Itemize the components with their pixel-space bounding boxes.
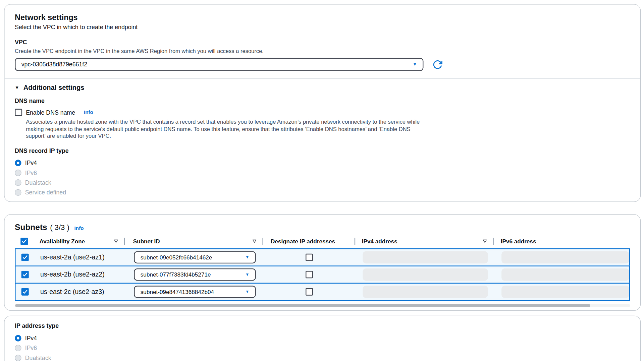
radio-dualstack: Dualstack xyxy=(15,178,630,187)
caret-down-icon: ▼ xyxy=(15,85,19,90)
radio-selected-icon xyxy=(15,160,21,166)
ipv4-address-input xyxy=(363,251,488,263)
vpc-description: Create the VPC endpoint in the VPC in th… xyxy=(15,48,630,55)
additional-settings-title: Additional settings xyxy=(23,84,85,92)
column-header-subnet-id: Subnet ID xyxy=(124,235,263,247)
radio-label: IPv4 xyxy=(25,335,37,342)
column-header-ipv6-address: IPv6 address xyxy=(493,235,630,247)
radio-ipv4[interactable]: IPv4 xyxy=(15,158,630,168)
radio-label: IPv4 xyxy=(25,160,37,166)
radio-disabled-icon xyxy=(15,354,21,361)
chevron-down-icon: ▼ xyxy=(245,255,249,259)
radio-disabled-icon xyxy=(15,169,21,176)
subnet-select-value: subnet-077f7383fd4b5271e xyxy=(141,271,211,278)
designate-ip-checkbox[interactable] xyxy=(306,288,313,295)
designate-ip-checkbox[interactable] xyxy=(306,271,313,278)
column-label: IPv4 address xyxy=(362,238,397,245)
subnet-row[interactable]: us-east-2c (use2-az3) subnet-09e84741368… xyxy=(15,283,630,301)
subnets-count: ( 3/3 ) xyxy=(50,223,69,232)
ipv6-address-input xyxy=(501,268,629,281)
column-label: Subnet ID xyxy=(133,238,160,245)
radio-disabled-icon xyxy=(15,345,21,351)
chevron-down-icon: ▼ xyxy=(413,62,417,66)
availability-zone: us-east-2a (use2-az1) xyxy=(40,253,105,261)
refresh-button[interactable] xyxy=(432,59,443,70)
radio-disabled-icon xyxy=(15,189,21,196)
ip-radio-ipv4[interactable]: IPv4 xyxy=(15,333,630,343)
network-settings-title: Network settings xyxy=(15,13,630,22)
chevron-down-icon: ▼ xyxy=(245,272,249,276)
enable-dns-checkbox[interactable] xyxy=(15,109,22,116)
subnets-info-link[interactable]: Info xyxy=(74,225,84,231)
dns-name-description: Associates a private hosted zone with th… xyxy=(26,118,421,140)
radio-ipv6: IPv6 xyxy=(15,168,630,177)
table-header: Availability Zone Subnet ID Designate IP… xyxy=(15,235,630,247)
sort-icon[interactable] xyxy=(252,239,257,243)
scrollbar-thumb[interactable] xyxy=(15,304,590,307)
radio-label: IPv6 xyxy=(25,169,37,176)
ip-address-type-card: IP address type IPv4 IPv6 Dualstack xyxy=(4,315,641,361)
subnet-select[interactable]: subnet-09e84741368842b04 ▼ xyxy=(134,286,256,298)
subnets-card: Subnets ( 3/3 ) Info Availability Zone S… xyxy=(4,214,641,311)
row-checkbox[interactable] xyxy=(21,271,29,278)
ip-radio-ipv6: IPv6 xyxy=(15,343,630,353)
ip-address-type-label: IP address type xyxy=(15,322,630,329)
subnet-select-value: subnet-09e052fc66b41462e xyxy=(141,254,212,260)
sort-icon[interactable] xyxy=(114,239,118,243)
subnet-row[interactable]: us-east-2b (use2-az2) subnet-077f7383fd4… xyxy=(15,265,630,284)
radio-service-defined: Service defined xyxy=(15,187,630,197)
column-label: Designate IP addresses xyxy=(271,238,335,245)
subnets-title: Subnets xyxy=(15,222,47,232)
vpc-select[interactable]: vpc-0305d38d879e661f2 ▼ xyxy=(15,58,423,71)
vpc-select-row: vpc-0305d38d879e661f2 ▼ xyxy=(15,58,630,71)
network-settings-subtitle: Select the VPC in which to create the en… xyxy=(15,24,630,31)
vpc-select-value: vpc-0305d38d879e661f2 xyxy=(21,61,87,68)
availability-zone: us-east-2c (use2-az3) xyxy=(40,288,104,295)
radio-disabled-icon xyxy=(15,179,21,186)
select-all-checkbox[interactable] xyxy=(20,237,28,245)
column-label: Availability Zone xyxy=(40,238,85,245)
ipv6-address-input xyxy=(501,286,629,298)
chevron-down-icon: ▼ xyxy=(245,290,249,294)
column-header-designate-ip: Designate IP addresses xyxy=(262,235,354,247)
horizontal-scrollbar xyxy=(15,304,630,307)
designate-ip-checkbox[interactable] xyxy=(306,253,313,261)
check-icon xyxy=(22,290,28,294)
check-icon xyxy=(22,272,28,276)
subnet-select[interactable]: subnet-09e052fc66b41462e ▼ xyxy=(134,251,256,263)
ip-address-type-group: IPv4 IPv6 Dualstack xyxy=(15,333,630,361)
ipv4-address-input xyxy=(363,286,488,298)
subnet-select[interactable]: subnet-077f7383fd4b5271e ▼ xyxy=(134,268,256,281)
page: Network settings Select the VPC in which… xyxy=(0,0,644,361)
subnet-row[interactable]: us-east-2a (use2-az1) subnet-09e052fc66b… xyxy=(15,248,630,266)
additional-settings-toggle[interactable]: ▼ Additional settings xyxy=(15,84,630,92)
subnet-select-value: subnet-09e84741368842b04 xyxy=(141,288,214,295)
subnets-table-body: us-east-2a (use2-az1) subnet-09e052fc66b… xyxy=(15,248,630,301)
section-divider xyxy=(4,78,640,79)
ipv4-address-input xyxy=(363,268,488,281)
network-settings-card: Network settings Select the VPC in which… xyxy=(4,4,641,202)
row-checkbox[interactable] xyxy=(21,288,29,295)
row-checkbox[interactable] xyxy=(21,253,29,261)
radio-label: Service defined xyxy=(25,189,66,196)
radio-label: IPv6 xyxy=(25,345,37,351)
vpc-label: VPC xyxy=(15,39,630,46)
dns-record-ip-type-group: IPv4 IPv6 Dualstack Service defined xyxy=(15,158,630,197)
column-label: IPv6 address xyxy=(501,238,536,245)
dns-name-info-link[interactable]: Info xyxy=(84,110,93,115)
select-all-cell xyxy=(15,235,39,247)
enable-dns-label: Enable DNS name xyxy=(26,109,75,116)
ipv6-address-input xyxy=(501,251,629,263)
subnets-header: Subnets ( 3/3 ) Info xyxy=(15,222,630,232)
refresh-icon xyxy=(432,59,443,70)
dns-record-ip-type-label: DNS record IP type xyxy=(15,147,630,154)
check-icon xyxy=(22,255,28,259)
dns-name-label: DNS name xyxy=(15,98,630,105)
column-header-availability-zone: Availability Zone xyxy=(40,235,124,247)
check-icon xyxy=(22,239,27,243)
radio-label: Dualstack xyxy=(25,179,51,186)
enable-dns-row: Enable DNS name Info xyxy=(15,109,630,116)
sort-icon[interactable] xyxy=(483,239,487,243)
column-header-ipv4-address: IPv4 address xyxy=(355,235,493,247)
ip-radio-dualstack: Dualstack xyxy=(15,353,630,361)
